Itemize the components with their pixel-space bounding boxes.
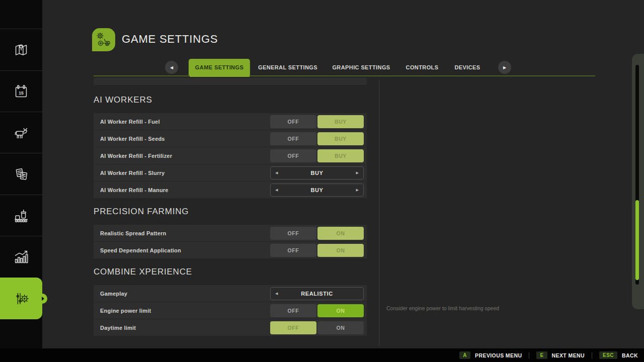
settings-list: AI WORKERSAI Worker Refill - FuelOFFBUYA… (94, 78, 367, 336)
selector-right-arrow-icon[interactable]: ▶ (356, 171, 359, 175)
page-title: GAME SETTINGS (122, 33, 218, 46)
page-icon-badge (92, 28, 115, 51)
contracts-icon (12, 164, 31, 184)
row-label: Engine power limit (94, 308, 151, 314)
settings-icon (12, 289, 31, 308)
settings-row-ai-worker-refill-manure[interactable]: AI Worker Refill - Manure◀BUY▶ (94, 182, 367, 198)
toggle-daytime-limit: OFFON (270, 321, 364, 334)
sidebar-item-contracts[interactable] (0, 153, 42, 195)
selector-left-arrow-icon[interactable]: ◀ (275, 292, 278, 296)
toggle-option-off[interactable]: OFF (270, 115, 316, 128)
footer-separator (529, 352, 529, 358)
key-badge-a: A (459, 351, 470, 359)
footer-action-back[interactable]: BACK (622, 352, 638, 358)
toggle-option-on[interactable]: ON (317, 244, 364, 257)
row-label: AI Worker Refill - Fertilizer (94, 153, 172, 159)
toggle-ai-worker-refill-fertilizer: OFFBUY (270, 149, 364, 162)
toggle-speed-dependent-application: OFFON (270, 244, 364, 257)
row-label: AI Worker Refill - Manure (94, 187, 169, 193)
scrollbar (632, 54, 644, 309)
section-heading-precision-farming: PRECISION FARMING (94, 207, 367, 218)
settings-row-ai-worker-refill-slurry[interactable]: AI Worker Refill - Slurry◀BUY▶ (94, 164, 367, 181)
settings-row-ai-worker-refill-fertilizer[interactable]: AI Worker Refill - FertilizerOFFBUY (94, 147, 367, 164)
tab-game-settings[interactable]: GAME SETTINGS (189, 59, 250, 76)
selector-right-arrow-icon[interactable]: ▶ (356, 188, 359, 192)
row-label: Daytime limit (94, 325, 136, 331)
scrollbar-track[interactable] (635, 65, 639, 285)
key-badge-esc: ESC (599, 351, 617, 359)
game-settings-screen: 15 (0, 0, 644, 362)
tab-controls[interactable]: CONTROLS (406, 64, 439, 70)
settings-row-engine-power-limit[interactable]: Engine power limitOFFON (94, 302, 367, 319)
selector-ai-worker-refill-slurry[interactable]: ◀BUY▶ (270, 166, 364, 179)
animals-icon (12, 123, 31, 142)
calendar-day: 15 (19, 90, 24, 96)
toggle-realistic-spread-pattern: OFFON (270, 227, 364, 240)
tab-underline (94, 75, 595, 76)
tab-scroll-left-button[interactable]: ◀ (165, 61, 178, 74)
sidebar-item-production[interactable] (0, 195, 42, 236)
tab-graphic-settings[interactable]: GRAPHIC SETTINGS (332, 64, 390, 70)
footer-action-next-menu[interactable]: NEXT MENU (552, 352, 585, 358)
toggle-option-off[interactable]: OFF (270, 304, 316, 317)
toggle-option-buy[interactable]: BUY (317, 132, 364, 145)
settings-row-ai-worker-refill-fuel[interactable]: AI Worker Refill - FuelOFFBUY (94, 113, 367, 130)
map-icon (12, 40, 31, 59)
toggle-option-on[interactable]: ON (317, 304, 364, 317)
toggle-ai-worker-refill-seeds: OFFBUY (270, 132, 364, 145)
section-heading-ai-workers: AI WORKERS (94, 95, 367, 106)
partial-scrolled-row (94, 78, 367, 85)
section-heading-combine-xperience: COMBINE XPERIENCE (94, 267, 367, 278)
row-label: Speed Dependent Application (94, 247, 181, 253)
sidebar-item-settings[interactable] (0, 278, 42, 319)
production-icon (12, 206, 31, 225)
tab-underline-active (190, 75, 250, 77)
selector-left-arrow-icon[interactable]: ◀ (275, 188, 278, 192)
toggle-option-off[interactable]: OFF (270, 132, 316, 145)
sidebar-item-calendar[interactable]: 15 (0, 70, 42, 112)
tab-devices[interactable]: DEVICES (454, 64, 480, 70)
settings-row-speed-dependent-application[interactable]: Speed Dependent ApplicationOFFON (94, 242, 367, 258)
row-label: AI Worker Refill - Slurry (94, 170, 165, 176)
settings-row-realistic-spread-pattern[interactable]: Realistic Spread PatternOFFON (94, 225, 367, 241)
toggle-option-buy[interactable]: BUY (317, 149, 364, 162)
sidebar-item-statistics[interactable] (0, 236, 42, 278)
toggle-option-off[interactable]: OFF (270, 244, 316, 257)
selector-gameplay[interactable]: ◀REALISTIC (270, 287, 364, 300)
toggle-option-off[interactable]: OFF (270, 149, 316, 162)
settings-row-gameplay[interactable]: Gameplay◀REALISTIC (94, 285, 367, 302)
settings-row-daytime-limit[interactable]: Daytime limitOFFON (94, 319, 367, 336)
selector-value: REALISTIC (301, 291, 333, 297)
row-label: Gameplay (94, 291, 127, 297)
toggle-engine-power-limit: OFFON (270, 304, 364, 317)
sidebar-active-pointer-icon (38, 294, 47, 304)
toggle-ai-worker-refill-fuel: OFFBUY (270, 115, 364, 128)
chevron-right-icon: ▶ (503, 65, 506, 70)
footer-separator (592, 352, 592, 358)
row-label: AI Worker Refill - Fuel (94, 119, 160, 125)
sidebar-item-map[interactable] (0, 29, 42, 70)
tractor-gear-icon (94, 30, 114, 50)
selector-value: BUY (310, 187, 323, 193)
footer-action-previous-menu[interactable]: PREVIOUS MENU (475, 352, 522, 358)
toggle-option-off[interactable]: OFF (270, 227, 316, 240)
key-badge-e: E (536, 351, 547, 359)
sidebar-item-animals[interactable] (0, 112, 42, 153)
panel-divider (379, 79, 379, 346)
toggle-option-on[interactable]: ON (317, 227, 364, 240)
sidebar: 15 (0, 0, 42, 348)
scrollbar-thumb[interactable] (635, 200, 639, 280)
chevron-left-icon: ◀ (170, 65, 173, 70)
setting-hint-text: Consider engine power to limit harvestin… (386, 305, 499, 311)
toggle-option-off[interactable]: OFF (270, 321, 316, 334)
settings-row-ai-worker-refill-seeds[interactable]: AI Worker Refill - SeedsOFFBUY (94, 130, 367, 147)
tab-general-settings[interactable]: GENERAL SETTINGS (258, 64, 317, 70)
toggle-option-on[interactable]: ON (317, 321, 364, 334)
row-label: AI Worker Refill - Seeds (94, 136, 165, 142)
row-label: Realistic Spread Pattern (94, 230, 166, 236)
selector-left-arrow-icon[interactable]: ◀ (275, 171, 278, 175)
selector-ai-worker-refill-manure[interactable]: ◀BUY▶ (270, 184, 364, 197)
statistics-icon (12, 247, 31, 266)
toggle-option-buy[interactable]: BUY (317, 115, 364, 128)
tab-scroll-right-button[interactable]: ▶ (498, 61, 511, 74)
